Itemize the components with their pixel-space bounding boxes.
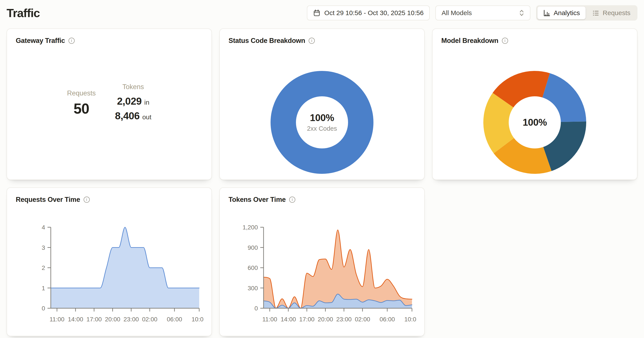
page-header: Traffic Oct 29 10:56 - Oct 30, 2025 10:5… (6, 4, 638, 22)
card-title-row: Status Code Breakdown i (228, 37, 416, 45)
model-filter-value: All Models (442, 9, 472, 17)
y-tick-label: 300 (248, 285, 258, 292)
donut-slice (283, 84, 361, 161)
card-model-breakdown: Model Breakdown i 100% (432, 28, 638, 180)
x-tick-label: 11:00 (50, 316, 64, 323)
y-tick-label: 3 (42, 244, 45, 251)
x-tick-label: 14:00 (68, 316, 83, 323)
card-title-row: Gateway Traffic i (16, 37, 203, 45)
cards-grid: Gateway Traffic i Requests 50 Tokens 2,0… (6, 28, 638, 336)
x-tick-label: 20:00 (318, 316, 333, 323)
x-tick-label: 20:00 (105, 316, 120, 323)
card-title-row: Requests Over Time i (16, 196, 203, 204)
info-icon[interactable]: i (84, 196, 90, 203)
y-tick-label: 900 (248, 244, 258, 251)
x-tick-label: 10:00 (192, 316, 204, 323)
x-tick-label: 23:00 (336, 316, 352, 323)
header-controls: Oct 29 10:56 - Oct 30, 2025 10:56 All Mo… (307, 5, 638, 20)
card-tokens-over-time: Tokens Over Time i 03006009001,20011:001… (219, 188, 425, 336)
page-title: Traffic (6, 6, 40, 20)
model-filter-select[interactable]: All Models (436, 6, 530, 20)
gateway-stats: Requests 50 Tokens 2,029 in 8,406 out (16, 83, 203, 123)
chevron-up-down-icon (519, 9, 524, 17)
bar-chart-icon (543, 10, 550, 17)
tokens-in-suffix: in (144, 98, 149, 107)
y-tick-label: 1 (42, 285, 45, 292)
info-icon[interactable]: i (309, 38, 315, 44)
card-title: Model Breakdown (441, 37, 498, 45)
x-tick-label: 10:00 (404, 316, 416, 323)
area-fill (51, 227, 199, 308)
view-toggle: Analytics Requests (536, 5, 638, 20)
card-requests-over-time: Requests Over Time i 0123411:0014:0017:0… (6, 188, 212, 336)
status-code-donut-svg (270, 71, 374, 174)
info-icon[interactable]: i (289, 196, 295, 203)
tokens-in-row: 2,029 in (117, 94, 149, 108)
model-breakdown-donut-chart: 100% (483, 71, 586, 174)
card-title: Requests Over Time (16, 196, 80, 204)
card-title-row: Model Breakdown i (441, 37, 628, 45)
donut-slice (542, 73, 586, 122)
x-tick-label: 02:00 (355, 316, 370, 323)
tokens-over-time-chart: 03006009001,20011:0014:0017:0020:0023:00… (228, 218, 416, 328)
y-tick-label: 1,200 (242, 224, 258, 231)
tokens-out-value: 8,406 (115, 108, 140, 123)
x-tick-label: 11:00 (262, 316, 277, 323)
x-tick-label: 06:00 (380, 316, 395, 323)
tokens-out-row: 8,406 out (115, 108, 151, 123)
tokens-stat-label: Tokens (122, 83, 144, 91)
card-title-row: Tokens Over Time i (228, 196, 416, 204)
x-tick-label: 14:00 (281, 316, 296, 323)
x-tick-label: 17:00 (299, 316, 314, 323)
y-tick-label: 4 (42, 224, 45, 231)
tab-requests-label: Requests (603, 9, 630, 17)
x-tick-label: 06:00 (167, 316, 182, 323)
y-tick-label: 2 (42, 264, 45, 271)
y-tick-label: 0 (42, 305, 45, 312)
info-icon[interactable]: i (502, 38, 508, 44)
calendar-icon (313, 9, 320, 17)
card-status-code-breakdown: Status Code Breakdown i 100% 2xx Codes (219, 28, 425, 180)
requests-over-time-chart: 0123411:0014:0017:0020:0023:0002:0006:00… (16, 218, 204, 328)
info-icon[interactable]: i (68, 38, 75, 44)
y-tick-label: 600 (248, 264, 258, 271)
date-range-picker[interactable]: Oct 29 10:56 - Oct 30, 2025 10:56 (307, 6, 430, 20)
card-title: Status Code Breakdown (228, 37, 305, 45)
traffic-analytics-page: Traffic Oct 29 10:56 - Oct 30, 2025 10:5… (0, 0, 644, 336)
tokens-out-suffix: out (142, 112, 152, 122)
y-tick-label: 0 (254, 305, 258, 312)
tab-analytics-label: Analytics (554, 9, 580, 17)
tab-requests[interactable]: Requests (586, 6, 636, 19)
x-tick-label: 23:00 (124, 316, 139, 323)
tokens-in-value: 2,029 (117, 94, 142, 108)
tokens-stat: Tokens 2,029 in 8,406 out (115, 83, 151, 123)
model-breakdown-donut-svg (483, 71, 586, 174)
card-title: Tokens Over Time (228, 196, 286, 204)
requests-stat-label: Requests (67, 89, 96, 97)
card-gateway-traffic: Gateway Traffic i Requests 50 Tokens 2,0… (6, 28, 212, 180)
x-tick-label: 17:00 (86, 316, 102, 323)
card-title: Gateway Traffic (16, 37, 65, 45)
requests-stat: Requests 50 (67, 89, 96, 117)
status-code-donut-chart: 100% 2xx Codes (270, 71, 374, 174)
list-icon (592, 10, 599, 17)
requests-stat-value: 50 (74, 100, 89, 117)
donut-slice (543, 121, 586, 171)
x-tick-label: 02:00 (142, 316, 158, 323)
date-range-label: Oct 29 10:56 - Oct 30, 2025 10:56 (324, 9, 424, 17)
tab-analytics[interactable]: Analytics (538, 6, 586, 19)
